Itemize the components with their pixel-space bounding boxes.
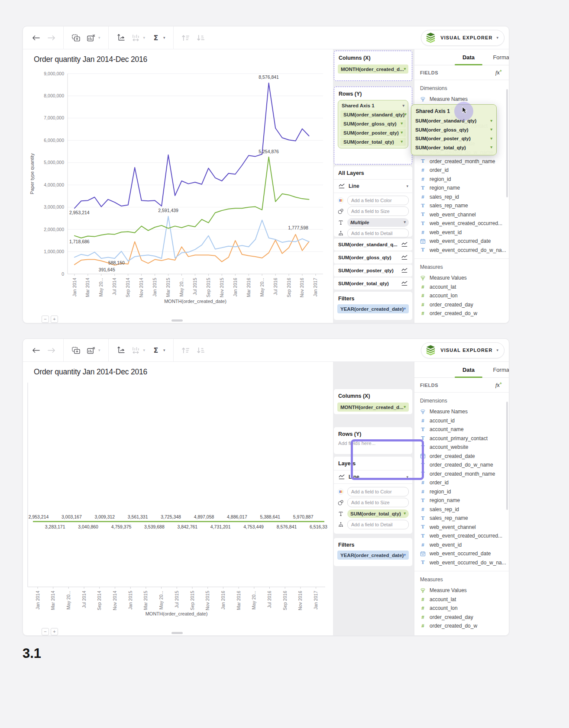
chevron-down-icon[interactable]: ▾ [404, 553, 406, 557]
tab-data[interactable]: Data [455, 367, 482, 373]
zoom-out-button[interactable]: − [42, 316, 49, 323]
filter-pill[interactable]: YEAR(order_created_date) ▾ [337, 551, 409, 560]
aggregate-button[interactable]: Σ [152, 346, 160, 354]
field-item[interactable]: Tweb_event_occurred_do_w_na... [414, 246, 509, 255]
sort-descending-button[interactable] [197, 346, 205, 354]
rows-field-pill[interactable]: SUM(order_total_qty)▾ [340, 138, 406, 146]
columns-shelf[interactable]: Columns (X) MONTH(order_created_d... ▾ [334, 51, 412, 81]
chevron-down-icon[interactable]: ▾ [404, 67, 406, 71]
sort-descending-button[interactable] [197, 33, 205, 42]
field-item[interactable]: Tweb_event_channel [414, 210, 509, 219]
field-item[interactable]: order_created_date [414, 452, 509, 461]
text-field-pill[interactable]: Multiple ▾ [347, 218, 409, 227]
field-item[interactable]: Taccount_website [414, 443, 509, 452]
field-item[interactable]: Tregion_name [414, 184, 509, 193]
field-item[interactable]: #Measure Values [414, 586, 509, 595]
field-item[interactable]: #account_id [414, 416, 509, 425]
field-item[interactable]: #account_lon [414, 604, 509, 613]
zoom-out-button[interactable]: − [42, 628, 49, 635]
zoom-in-button[interactable]: + [51, 316, 58, 323]
chevron-down-icon[interactable]: ▾ [143, 36, 145, 40]
shared-axis-drag-popup[interactable]: Shared Axis 1 SUM(order_standard_qty)▾SU… [411, 104, 497, 155]
chevron-down-icon[interactable]: ▾ [143, 348, 145, 352]
field-item[interactable]: #region_id [414, 175, 509, 184]
filters-shelf[interactable]: Filters YEAR(order_created_date) ▾ [334, 292, 412, 320]
remove-chart-button[interactable] [87, 33, 95, 42]
add-chart-button[interactable] [71, 346, 80, 354]
chevron-down-icon[interactable]: ▾ [404, 512, 406, 515]
field-item[interactable]: #web_event_id [414, 228, 509, 237]
field-item[interactable]: #order_created_do_w [414, 622, 509, 631]
popup-field-pill[interactable]: SUM(order_poster_qty)▾ [415, 134, 492, 143]
flat-line-chart[interactable]: Jan 2014Mar 2014May 20...Jul 2014Sep 201… [24, 378, 327, 623]
filter-pill[interactable]: YEAR(order_created_date) ▾ [337, 304, 409, 313]
chevron-down-icon[interactable]: ▾ [163, 36, 165, 40]
field-item[interactable]: #web_event_id [414, 541, 509, 550]
field-item[interactable]: #account_lon [414, 291, 509, 300]
layer-row[interactable]: SUM(order_poster_qty) [334, 264, 412, 277]
detail-drop-zone[interactable]: Add a field to Detail [347, 229, 409, 238]
chevron-down-icon[interactable]: ▾ [401, 140, 403, 144]
field-item[interactable]: Tweb_event_created_occurred... [414, 219, 509, 228]
field-item[interactable]: web_event_occurred_date [414, 237, 509, 246]
layer-row[interactable]: SUM(order_standard_q... [334, 238, 412, 251]
tab-format[interactable]: Format [488, 367, 509, 373]
field-item[interactable]: Tweb_event_channel [414, 523, 509, 532]
field-item[interactable]: #Measure Names [414, 407, 509, 416]
add-formula-button[interactable]: fx+ [495, 381, 502, 389]
bar-size-button[interactable] [132, 33, 140, 42]
tab-data[interactable]: Data [455, 54, 482, 61]
forward-button[interactable] [47, 346, 55, 354]
vertical-scrollbar[interactable] [506, 402, 508, 510]
remove-chart-button[interactable] [87, 346, 95, 354]
rows-shelf[interactable]: Rows (Y) Shared Axis 1 ▾ SUM(order_stand… [334, 87, 412, 164]
field-item[interactable]: Tweb_event_occurred_do_w_na... [414, 558, 509, 567]
popup-field-pill[interactable]: SUM(order_gloss_qty)▾ [415, 126, 492, 135]
rows-shelf[interactable]: Rows (Y) Add fields here... [334, 427, 412, 454]
chevron-down-icon[interactable]: ▾ [404, 113, 407, 116]
field-item[interactable]: Taccount_name [414, 425, 509, 434]
horizontal-scrollbar[interactable] [171, 632, 183, 634]
rows-drop-placeholder[interactable]: Add fields here... [338, 441, 408, 446]
back-button[interactable] [32, 33, 40, 42]
field-item[interactable]: #region_id [414, 487, 509, 496]
size-drop-zone[interactable]: Add a field to Size [347, 498, 409, 507]
field-item[interactable]: #order_created_day [414, 300, 509, 309]
chevron-down-icon[interactable]: ▾ [401, 122, 403, 126]
add-formula-button[interactable]: fx+ [495, 69, 502, 76]
field-item[interactable]: Taccount_primary_contact [414, 434, 509, 443]
zoom-in-button[interactable]: + [51, 628, 58, 635]
field-item[interactable]: web_event_occurred_date [414, 549, 509, 558]
size-drop-zone[interactable]: Add a field to Size [347, 206, 409, 216]
tab-format[interactable]: Format [488, 54, 509, 61]
text-field-pill[interactable]: SUM(order_total_qty) ▾ [347, 509, 409, 518]
layer-row[interactable]: SUM(order_gloss_qty) [334, 251, 412, 264]
field-item[interactable]: #Measure Values [414, 274, 509, 283]
sort-ascending-button[interactable] [181, 33, 190, 42]
field-item[interactable]: #order_id [414, 478, 509, 487]
add-chart-button[interactable] [71, 33, 80, 42]
swap-axes-button[interactable] [116, 346, 125, 354]
chevron-down-icon[interactable]: ▾ [163, 348, 165, 352]
chevron-down-icon[interactable]: ▾ [404, 307, 406, 311]
field-item[interactable]: Tsales_rep_name [414, 514, 509, 523]
field-item[interactable]: Tsales_rep_name [414, 201, 509, 210]
chevron-down-icon[interactable]: ▾ [404, 220, 406, 224]
field-item[interactable]: Torder_created_month_name [414, 470, 509, 479]
field-item[interactable]: #order_created_do_w [414, 309, 509, 318]
color-drop-zone[interactable]: Add a field to Color [347, 487, 409, 496]
shared-axis-group[interactable]: Shared Axis 1 ▾ SUM(order_standard_qty)▾… [338, 100, 408, 148]
layer-row[interactable]: SUM(order_total_qty) [334, 277, 412, 290]
swap-axes-button[interactable] [116, 33, 125, 42]
detail-drop-zone[interactable]: Add a field to Detail [347, 520, 409, 529]
chevron-down-icon[interactable]: ▾ [98, 348, 100, 352]
field-item[interactable]: Tregion_name [414, 496, 509, 505]
rows-field-pill[interactable]: SUM(order_gloss_qty)▾ [340, 119, 406, 128]
field-item[interactable]: Torder_created_month_name [414, 157, 509, 166]
columns-shelf[interactable]: Columns (X) MONTH(order_created_d... ▾ [334, 389, 412, 414]
chevron-down-icon[interactable]: ▾ [404, 405, 406, 409]
field-item[interactable]: #account_lat [414, 595, 509, 604]
popup-field-pill[interactable]: SUM(order_standard_qty)▾ [415, 116, 492, 126]
back-button[interactable] [32, 346, 40, 354]
sort-ascending-button[interactable] [181, 346, 190, 354]
